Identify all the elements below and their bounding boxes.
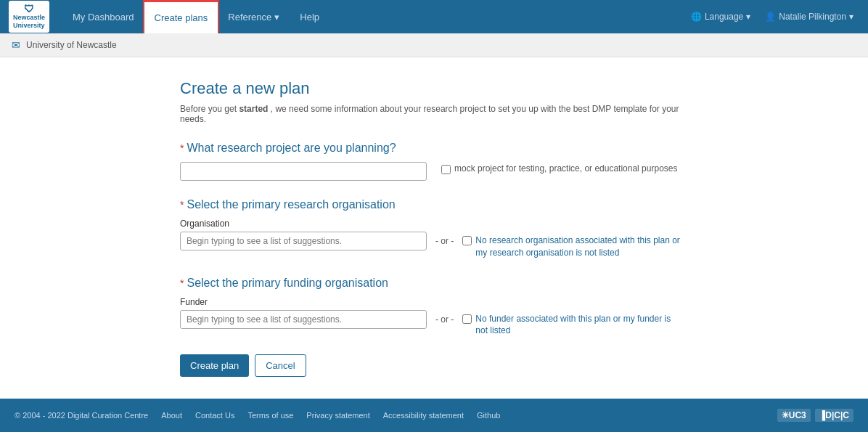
required-star: * [180, 277, 184, 289]
cancel-button[interactable]: Cancel [255, 354, 306, 377]
no-org-checkbox-label[interactable]: No research organisation associated with… [462, 232, 680, 259]
create-plan-button[interactable]: Create plan [180, 354, 249, 377]
page-subtitle: Before you get started , we need some in… [180, 104, 688, 124]
nav-right: 🌐 Language ▾ 👤 Natalie Pilkington ▾ [685, 9, 859, 25]
user-menu-button[interactable]: 👤 Natalie Pilkington ▾ [759, 9, 859, 25]
chevron-down-icon: ▾ [746, 12, 750, 22]
user-icon: 👤 [765, 12, 776, 22]
footer-accessibility[interactable]: Accessibility statement [383, 411, 464, 420]
funder-input[interactable] [180, 310, 427, 329]
chevron-down-icon: ▾ [849, 12, 853, 22]
funder-field-row: - or - No funder associated with this pl… [180, 310, 688, 338]
page-title: Create a new plan [180, 79, 688, 98]
language-button[interactable]: 🌐 Language ▾ [685, 9, 756, 25]
research-org-title: * Select the primary research organisati… [180, 198, 688, 211]
org-field-label: Organisation [180, 219, 688, 229]
form-container: Create a new plan Before you get started… [180, 79, 688, 377]
footer-left: © 2004 - 2022 Digital Curation Centre Ab… [15, 411, 500, 420]
main-content: Create a new plan Before you get started… [0, 57, 868, 399]
org-or-label: - or - [435, 232, 454, 246]
project-input-wrap [180, 162, 427, 181]
org-field-row: - or - No research organisation associat… [180, 232, 688, 259]
no-funder-checkbox-label[interactable]: No funder associated with this plan or m… [462, 310, 680, 338]
required-star: * [180, 142, 184, 154]
nav-help[interactable]: Help [290, 0, 329, 33]
footer-about[interactable]: About [161, 411, 182, 420]
footer-contact[interactable]: Contact Us [195, 411, 234, 420]
subtitle-started: started [239, 104, 268, 114]
funding-org-section: * Select the primary funding organisatio… [180, 277, 688, 338]
research-project-title: * What research project are you planning… [180, 142, 688, 155]
research-project-section: * What research project are you planning… [180, 142, 688, 181]
envelope-icon: ✉ [12, 39, 20, 51]
nav-links: My Dashboard Create plans Reference ▾ He… [62, 0, 685, 33]
footer: © 2004 - 2022 Digital Curation Centre Ab… [0, 399, 868, 432]
required-star: * [180, 199, 184, 211]
button-row: Create plan Cancel [180, 354, 688, 377]
breadcrumb-bar: ✉ University of Newcastle [0, 33, 868, 57]
footer-github[interactable]: Github [477, 411, 500, 420]
research-org-section: * Select the primary research organisati… [180, 198, 688, 259]
nav-reference[interactable]: Reference ▾ [218, 0, 290, 33]
dcc-logo: ▐D|C|C [815, 409, 853, 422]
nav-create-plans[interactable]: Create plans [144, 0, 218, 33]
shield-icon: 🛡 [24, 4, 34, 14]
mock-checkbox-label[interactable]: mock project for testing, practice, or e… [441, 162, 678, 174]
footer-privacy[interactable]: Privacy statement [306, 411, 369, 420]
mock-checkbox[interactable] [441, 165, 451, 174]
funding-org-title: * Select the primary funding organisatio… [180, 277, 688, 290]
footer-terms[interactable]: Terms of use [247, 411, 293, 420]
funder-field-label: Funder [180, 297, 688, 307]
language-icon: 🌐 [691, 12, 702, 22]
navbar: 🛡 NewcastleUniversity My Dashboard Creat… [0, 0, 868, 33]
org-input[interactable] [180, 232, 427, 250]
chevron-down-icon: ▾ [274, 12, 279, 23]
breadcrumb-text: University of Newcastle [26, 40, 117, 50]
funder-input-wrap [180, 310, 427, 329]
project-row: mock project for testing, practice, or e… [180, 162, 688, 181]
footer-copyright: © 2004 - 2022 Digital Curation Centre [15, 411, 148, 420]
uc3-logo: ✳UC3 [777, 409, 811, 422]
funder-or-label: - or - [435, 310, 454, 325]
footer-logos: ✳UC3 ▐D|C|C [777, 409, 853, 422]
org-input-wrap [180, 232, 427, 250]
project-name-input[interactable] [180, 162, 427, 181]
logo-text: NewcastleUniversity [13, 14, 45, 30]
no-funder-checkbox[interactable] [462, 314, 472, 324]
nav-my-dashboard[interactable]: My Dashboard [62, 0, 144, 33]
no-org-checkbox[interactable] [462, 236, 472, 245]
logo[interactable]: 🛡 NewcastleUniversity [9, 1, 49, 33]
